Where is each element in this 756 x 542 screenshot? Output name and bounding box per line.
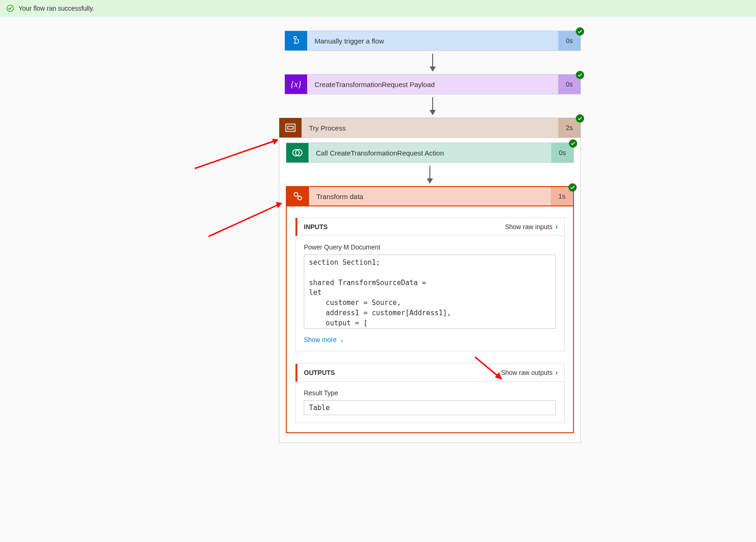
svg-marker-11 bbox=[430, 110, 435, 115]
chevron-right-icon: › bbox=[555, 368, 558, 377]
scope-title: Try Process bbox=[302, 118, 558, 137]
svg-point-19 bbox=[298, 196, 302, 200]
outputs-value[interactable]: Table bbox=[304, 400, 556, 415]
variable-title: CreateTransformationRequest Payload bbox=[307, 75, 558, 94]
inputs-field-label: Power Query M Document bbox=[304, 243, 556, 251]
show-raw-outputs-label: Show raw outputs bbox=[501, 369, 552, 376]
svg-rect-13 bbox=[288, 126, 293, 129]
transform-body: INPUTS Show raw inputs › Power Query M D… bbox=[286, 206, 574, 433]
show-raw-outputs-link[interactable]: Show raw outputs › bbox=[501, 368, 558, 377]
show-raw-inputs-link[interactable]: Show raw inputs › bbox=[505, 223, 558, 231]
svg-line-1 bbox=[195, 140, 278, 168]
show-more-link[interactable]: Show more ⌄ bbox=[304, 336, 556, 343]
svg-marker-2 bbox=[272, 139, 278, 144]
outputs-panel: OUTPUTS Show raw outputs › Result Type T… bbox=[295, 363, 565, 423]
variable-icon: {x} bbox=[285, 75, 307, 94]
success-badge-icon bbox=[569, 139, 577, 148]
dataverse-icon bbox=[286, 143, 309, 162]
trigger-card[interactable]: Manually trigger a flow 0s bbox=[284, 31, 581, 51]
check-circle-icon bbox=[6, 5, 14, 12]
flow-canvas: Manually trigger a flow 0s {x} CreateTra… bbox=[0, 17, 756, 443]
svg-line-3 bbox=[208, 203, 282, 237]
connector-arrow bbox=[285, 163, 575, 186]
inputs-heading: INPUTS bbox=[304, 223, 328, 231]
annotation-arrow-2 bbox=[208, 199, 290, 241]
connector-arrow bbox=[284, 94, 581, 118]
annotation-arrow-1 bbox=[195, 136, 287, 173]
svg-marker-9 bbox=[430, 67, 435, 71]
success-badge-icon bbox=[576, 114, 584, 123]
svg-rect-12 bbox=[286, 124, 295, 131]
inputs-code[interactable]: section Section1; shared TransformSource… bbox=[304, 255, 556, 329]
touch-icon bbox=[285, 31, 307, 50]
scope-icon bbox=[279, 118, 302, 137]
connector-arrow bbox=[284, 51, 581, 74]
inputs-panel: INPUTS Show raw inputs › Power Query M D… bbox=[295, 218, 565, 351]
call-action-title: Call CreateTransformationRequest Action bbox=[309, 143, 551, 162]
scope-card[interactable]: Try Process 2s bbox=[279, 118, 581, 138]
show-raw-inputs-label: Show raw inputs bbox=[505, 223, 553, 231]
chevron-right-icon: › bbox=[555, 223, 558, 231]
show-more-label: Show more bbox=[304, 336, 337, 343]
chevron-down-icon: ⌄ bbox=[340, 336, 344, 343]
trigger-title: Manually trigger a flow bbox=[307, 31, 558, 50]
success-badge-icon bbox=[568, 183, 577, 192]
success-banner: Your flow ran successfully. bbox=[0, 0, 756, 17]
variable-card[interactable]: {x} CreateTransformationRequest Payload … bbox=[284, 74, 581, 94]
success-badge-icon bbox=[576, 71, 584, 79]
success-badge-icon bbox=[576, 27, 584, 36]
svg-point-18 bbox=[294, 193, 298, 196]
transform-card[interactable]: Transform data 1s bbox=[286, 186, 574, 206]
svg-point-7 bbox=[294, 37, 296, 39]
call-action-card[interactable]: Call CreateTransformationRequest Action … bbox=[286, 143, 574, 163]
transform-title: Transform data bbox=[309, 187, 551, 206]
outputs-heading: OUTPUTS bbox=[304, 369, 335, 376]
transform-icon bbox=[287, 187, 309, 206]
svg-marker-17 bbox=[427, 179, 433, 183]
scope-body: Call CreateTransformationRequest Action … bbox=[279, 138, 581, 443]
success-text: Your flow ran successfully. bbox=[19, 5, 94, 12]
outputs-field-label: Result Type bbox=[304, 389, 556, 397]
